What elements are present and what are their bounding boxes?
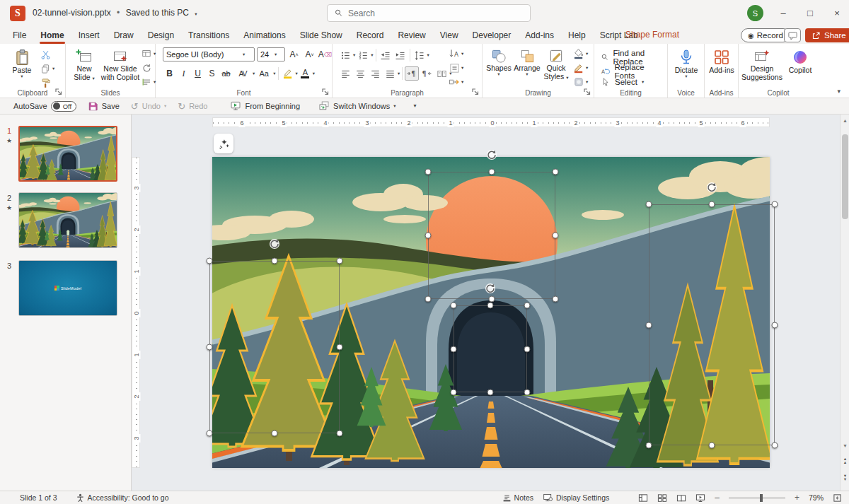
selection-handle[interactable] <box>337 430 343 437</box>
tab-transitions[interactable]: Transitions <box>181 28 236 43</box>
underline-button[interactable]: U <box>191 67 204 81</box>
normal-view-button[interactable] <box>638 493 648 503</box>
scroll-up-arrow[interactable]: ▲ <box>841 116 849 125</box>
scroll-down-arrow[interactable]: ▼ <box>841 441 849 450</box>
strikethrough-button[interactable]: ab <box>219 67 233 81</box>
slide-layout-button[interactable] <box>139 47 154 61</box>
tab-slide-show[interactable]: Slide Show <box>293 28 350 43</box>
shrink-font-button[interactable]: A˅ <box>303 48 316 61</box>
vertical-scrollbar[interactable]: ▲ ▼ ▲▲ ▼▼ <box>840 115 849 491</box>
next-slide-button[interactable]: ▼▼ <box>841 472 849 484</box>
font-size-combo[interactable]: ▾ <box>257 47 285 61</box>
slide-canvas[interactable] <box>212 157 770 468</box>
zoom-out-button[interactable]: – <box>715 493 720 503</box>
format-painter-button[interactable] <box>38 76 52 90</box>
scrollbar-thumb[interactable] <box>842 134 848 219</box>
tab-draw[interactable]: Draw <box>107 28 141 43</box>
align-text-button[interactable] <box>447 61 461 75</box>
selection-handle[interactable] <box>451 389 457 396</box>
add-ins-button[interactable]: Add-ins <box>706 45 737 88</box>
character-spacing-button[interactable]: AV <box>233 67 252 81</box>
selection-handle[interactable] <box>524 303 531 309</box>
selection-handle[interactable] <box>272 430 278 437</box>
selection-handle[interactable] <box>489 296 495 303</box>
maximize-button[interactable]: □ <box>797 0 824 26</box>
selection-handle[interactable] <box>553 233 559 239</box>
minimize-button[interactable]: – <box>770 0 797 26</box>
notes-button[interactable]: Notes <box>502 493 533 503</box>
powerpoint-logo-icon[interactable]: S <box>10 6 25 21</box>
new-slide-button[interactable]: New Slide ▾ <box>69 45 100 88</box>
comments-button[interactable] <box>784 28 801 42</box>
rotation-handle[interactable] <box>485 283 496 294</box>
designer-button[interactable] <box>214 134 233 153</box>
clear-formatting-button[interactable]: A⌫ <box>318 48 332 61</box>
line-spacing-button[interactable] <box>412 48 427 62</box>
account-avatar[interactable]: S <box>747 5 763 21</box>
slide-show-button[interactable] <box>695 493 705 503</box>
highlight-color-button[interactable] <box>281 66 295 81</box>
tab-home[interactable]: Home <box>33 28 71 43</box>
tab-insert[interactable]: Insert <box>71 28 107 43</box>
convert-to-smartart-button[interactable] <box>447 75 461 89</box>
text-direction-rtl-button[interactable] <box>420 66 434 81</box>
bullets-button[interactable] <box>338 48 352 62</box>
selection-handle[interactable] <box>451 303 457 309</box>
arrange-button[interactable]: Arrange▾ <box>512 45 542 88</box>
design-suggestions-button[interactable]: Design Suggestions <box>740 45 784 88</box>
selection-handle[interactable] <box>646 201 652 208</box>
reading-view-button[interactable] <box>676 493 686 503</box>
shapes-button[interactable]: Shapes▾ <box>485 45 512 88</box>
record-button[interactable]: ◉ Record <box>741 28 790 42</box>
selection-handle[interactable] <box>772 201 778 208</box>
selection-handle[interactable] <box>487 389 494 396</box>
slide-thumbnail-1[interactable] <box>18 126 117 182</box>
display-settings-button[interactable]: Display Settings <box>543 493 609 503</box>
justify-button[interactable] <box>383 66 397 81</box>
share-button[interactable]: Share ▾ <box>805 28 849 42</box>
selection-handle[interactable] <box>207 258 213 264</box>
tab-review[interactable]: Review <box>391 28 432 43</box>
slide-sorter-view-button[interactable] <box>657 493 667 503</box>
selection-handle[interactable] <box>337 258 343 264</box>
text-shadow-button[interactable]: S <box>205 67 219 81</box>
align-left-button[interactable] <box>338 66 352 81</box>
rotation-handle[interactable] <box>486 149 497 160</box>
animation-star-icon[interactable]: ★ <box>6 137 12 144</box>
vertical-ruler[interactable]: 3210123 <box>132 157 140 468</box>
autosave-switch[interactable]: Off <box>51 101 76 112</box>
selection-handle[interactable] <box>207 344 213 351</box>
text-direction-button[interactable] <box>447 47 461 61</box>
tab-record[interactable]: Record <box>350 28 391 43</box>
rotation-handle[interactable] <box>706 182 717 193</box>
zoom-slider[interactable] <box>729 498 785 498</box>
new-slide-with-copilot-button[interactable]: New Slide with Copilot <box>100 45 141 88</box>
quick-styles-button[interactable]: Quick Styles ▾ <box>542 45 570 88</box>
selection-handle[interactable] <box>553 169 559 175</box>
selection-handle[interactable] <box>425 296 432 303</box>
tab-shape-format[interactable]: Shape Format <box>625 30 679 40</box>
zoom-in-button[interactable]: + <box>795 493 799 503</box>
bold-button[interactable]: B <box>163 67 176 81</box>
font-size-input[interactable] <box>258 50 275 59</box>
selection-handle[interactable] <box>772 322 778 328</box>
slide-thumbnail-3[interactable]: SlideModel <box>18 260 117 316</box>
shape-fill-button[interactable] <box>572 47 586 61</box>
animation-star-icon[interactable]: ★ <box>6 204 12 211</box>
redo-button[interactable]: ↻ Redo <box>174 100 211 113</box>
change-case-button[interactable]: Aa <box>255 67 272 81</box>
selection-handle[interactable] <box>425 169 432 175</box>
decrease-indent-button[interactable] <box>379 48 393 62</box>
paragraph-dialog-launcher[interactable] <box>471 88 480 96</box>
tab-view[interactable]: View <box>433 28 466 43</box>
tab-help[interactable]: Help <box>561 28 593 43</box>
shape-effects-button[interactable] <box>572 75 586 89</box>
paste-button[interactable]: Paste▾ <box>7 45 37 88</box>
cut-button[interactable] <box>38 47 52 61</box>
selection-handle[interactable] <box>489 169 495 175</box>
horizontal-ruler[interactable]: 6543210123456 <box>212 117 770 127</box>
previous-slide-button[interactable]: ▲▲ <box>841 455 849 467</box>
clipboard-dialog-launcher[interactable] <box>54 88 63 96</box>
selection-handle[interactable] <box>272 258 278 264</box>
slide-thumbnail-2[interactable] <box>18 192 117 248</box>
